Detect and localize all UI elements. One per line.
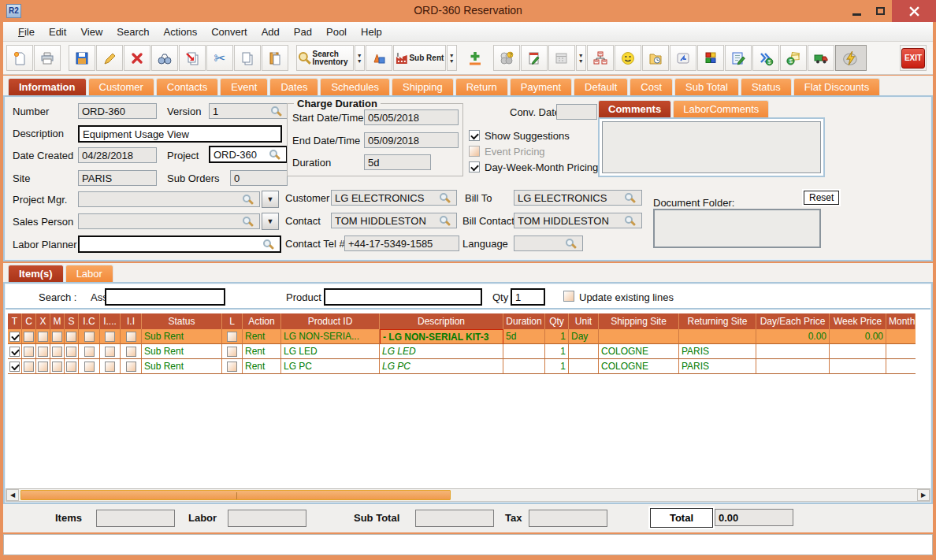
product-input[interactable] [324, 288, 482, 306]
search-inventory-dropdown[interactable]: ▼▼ [355, 45, 365, 71]
sales-person-field[interactable] [78, 213, 260, 229]
column-header[interactable]: T [8, 313, 22, 329]
close-button[interactable] [892, 0, 936, 22]
maximize-button[interactable] [868, 0, 892, 22]
column-header[interactable]: Week Price [830, 313, 886, 329]
tab-return[interactable]: Return [455, 78, 508, 95]
asset-input[interactable] [105, 288, 225, 306]
project-mgr-dropdown[interactable]: ▼ [262, 191, 279, 208]
tab-payment[interactable]: Payment [510, 78, 572, 95]
labor-total-field[interactable] [228, 510, 306, 527]
row-checkbox[interactable] [52, 362, 62, 372]
labor-planner-search-icon[interactable] [263, 239, 271, 247]
print-button[interactable] [34, 45, 61, 71]
row-checkbox[interactable] [66, 347, 76, 357]
search-inventory-button[interactable]: Search Inventory [296, 45, 354, 71]
column-header[interactable]: I.C [79, 313, 100, 329]
scroll-right-arrow[interactable]: ▶ [917, 489, 930, 501]
tab-status[interactable]: Status [741, 78, 792, 95]
tab-information[interactable]: Information [8, 78, 87, 95]
table-row[interactable]: Sub Rent Rent LG PC LG PC 1 COLOGNE PARI… [8, 359, 916, 374]
shipping-button[interactable] [808, 45, 834, 71]
title-bar[interactable]: R2 ORD-360 Reservation [0, 0, 936, 22]
column-header[interactable]: Unit [569, 313, 599, 329]
row-checkbox[interactable] [105, 362, 115, 372]
sales-person-dropdown[interactable]: ▼ [262, 213, 279, 230]
subtotal-field[interactable] [415, 510, 494, 527]
description-field[interactable] [78, 125, 282, 143]
tab-flat-discounts[interactable]: Flat Discounts [793, 78, 880, 95]
bill-to-search-icon[interactable] [625, 193, 633, 201]
exit-button[interactable]: EXIT [900, 45, 927, 71]
column-header[interactable]: S [65, 313, 79, 329]
total-button[interactable]: Total [650, 508, 713, 528]
labor-planner-field[interactable] [78, 235, 281, 253]
edit-button[interactable] [96, 45, 123, 71]
row-checkbox[interactable] [84, 362, 95, 372]
row-checkbox[interactable] [227, 347, 237, 357]
event-pricing-checkbox[interactable] [469, 146, 480, 157]
calendar-button[interactable] [548, 45, 575, 71]
dwm-pricing-checkbox[interactable] [469, 161, 480, 172]
horizontal-scrollbar[interactable]: ◀ ▶ [6, 488, 930, 502]
sub-rent-button[interactable]: Sub Rent [393, 45, 446, 71]
project-search-icon[interactable] [269, 150, 277, 158]
date-created-field[interactable] [78, 147, 157, 163]
shapes-button[interactable] [366, 45, 392, 71]
column-header[interactable]: Duration [503, 313, 545, 329]
row-checkbox[interactable] [24, 332, 34, 342]
bill-to-field[interactable] [514, 190, 642, 206]
tab-cost[interactable]: Cost [630, 78, 673, 95]
sub-rent-dropdown[interactable]: ▼▼ [447, 45, 457, 71]
contact-field[interactable] [331, 213, 457, 228]
end-date-field[interactable] [364, 132, 459, 148]
column-header[interactable]: Returning Site [679, 313, 756, 329]
column-header[interactable]: Month [886, 313, 916, 329]
column-header[interactable]: Product ID [281, 313, 380, 329]
tab-contacts[interactable]: Contacts [156, 78, 218, 95]
save-button[interactable] [69, 45, 95, 71]
column-header[interactable]: Status [142, 313, 222, 329]
menu-file[interactable]: File [11, 24, 42, 40]
row-checkbox[interactable] [84, 332, 95, 342]
menu-convert[interactable]: Convert [204, 24, 254, 40]
row-checkbox[interactable] [9, 332, 20, 342]
column-header[interactable]: I.... [100, 313, 121, 329]
version-search-icon[interactable] [271, 106, 279, 114]
availability-button[interactable]: ? [493, 45, 520, 71]
tab-event[interactable]: Event [220, 78, 268, 95]
tab-comments[interactable]: Comments [598, 100, 671, 117]
billing-docs-button[interactable]: $ [780, 45, 807, 71]
copy-button[interactable] [234, 45, 261, 71]
column-header[interactable]: X [36, 313, 50, 329]
menu-actions[interactable]: Actions [157, 24, 205, 40]
paste-button[interactable] [262, 45, 288, 71]
row-checkbox[interactable] [227, 362, 237, 372]
row-checkbox[interactable] [52, 347, 62, 357]
tab-labor-comments[interactable]: LaborComments [673, 100, 769, 117]
row-checkbox[interactable] [9, 347, 20, 357]
menu-pool[interactable]: Pool [319, 24, 354, 40]
calendar-dropdown[interactable]: ▼▼ [576, 45, 586, 71]
menu-pad[interactable]: Pad [287, 24, 319, 40]
project-mgr-field[interactable] [78, 191, 260, 207]
items-total-field[interactable] [96, 510, 175, 527]
column-header[interactable]: Day/Each Price [756, 313, 830, 329]
column-header[interactable]: I.I [121, 313, 142, 329]
find-button[interactable] [151, 45, 178, 71]
forward-billing-button[interactable]: $ [752, 45, 779, 71]
smiley-button[interactable] [615, 45, 641, 71]
column-header[interactable]: C [22, 313, 36, 329]
reset-button[interactable]: Reset [804, 191, 839, 205]
row-checkbox[interactable] [66, 332, 76, 342]
tab-labor[interactable]: Labor [65, 265, 113, 282]
bill-contact-field[interactable] [514, 213, 642, 228]
row-checkbox[interactable] [38, 362, 48, 372]
row-checkbox[interactable] [126, 332, 136, 342]
row-checkbox[interactable] [24, 347, 34, 357]
duration-field[interactable] [364, 154, 431, 170]
tab-schedules[interactable]: Schedules [320, 78, 390, 95]
scroll-left-arrow[interactable]: ◀ [6, 489, 19, 501]
row-checkbox[interactable] [84, 347, 95, 357]
folder-history-button[interactable] [642, 45, 669, 71]
